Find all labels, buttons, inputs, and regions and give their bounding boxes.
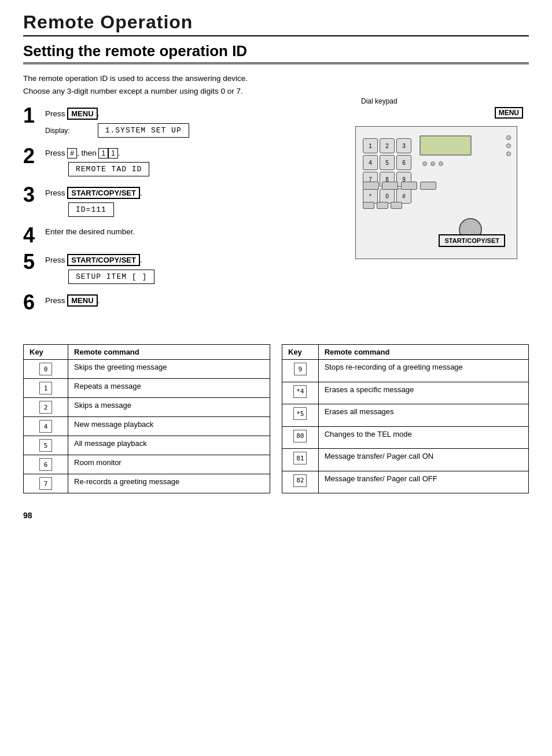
key-4: 4 xyxy=(363,155,378,170)
step-5-text: Press START/COPY/SET. xyxy=(45,254,338,266)
key-6: 6 xyxy=(396,155,411,170)
key-icon-0: 0 xyxy=(39,363,52,375)
step-1-number: 1 xyxy=(23,105,41,126)
key-icon-right-81: 81 xyxy=(293,452,307,464)
left-command-cell-1: Repeats a message xyxy=(68,379,270,398)
left-table-row: 1Repeats a message xyxy=(24,379,270,398)
section-title: Setting the remote operation ID xyxy=(23,42,529,64)
key-icon-1: 1 xyxy=(39,382,52,394)
left-table-command-header: Remote command xyxy=(68,345,270,360)
key-1b: 1 xyxy=(108,148,118,158)
step-6-text: Press MENU. xyxy=(45,294,338,307)
step-5: 5 Press START/COPY/SET. SETUP ITEM [ ] xyxy=(23,254,338,286)
extra-btn-1 xyxy=(363,202,374,209)
page-number: 98 xyxy=(23,511,529,520)
right-key-cell-1: *4 xyxy=(282,382,319,404)
key-icon-right-80: 80 xyxy=(293,430,307,442)
right-key-cell-0: 9 xyxy=(282,360,319,382)
right-command-cell-1: Erases a specific message xyxy=(318,382,528,404)
step-6-number: 6 xyxy=(23,292,41,313)
step-2-text: Press #, then 11. xyxy=(45,148,338,158)
step-4-number: 4 xyxy=(23,225,41,246)
right-key-cell-2: *5 xyxy=(282,404,319,427)
right-key-cell-4: 81 xyxy=(282,449,319,471)
right-command-cell-3: Changes to the TEL mode xyxy=(318,426,528,449)
start-copy-set-key-5: START/COPY/SET xyxy=(67,254,140,266)
key-icon-7: 7 xyxy=(39,477,52,490)
row-btn-4 xyxy=(420,182,436,190)
step-4-content: Enter the desired number. xyxy=(45,227,338,239)
step-5-display-line: SETUP ITEM [ ] xyxy=(45,270,338,284)
step-6-content: Press MENU. xyxy=(45,294,338,310)
key-icon-right-9: 9 xyxy=(294,363,307,375)
key-icon-6: 6 xyxy=(39,458,52,471)
tables-area: Key Remote command 0Skips the greeting m… xyxy=(23,344,529,493)
key-3: 3 xyxy=(396,138,411,153)
left-command-cell-0: Skips the greeting message xyxy=(68,360,270,379)
device-extra-row xyxy=(363,202,402,209)
device-diagram: 1 2 3 4 5 6 7 8 9 * 0 # xyxy=(355,126,517,259)
step-5-number: 5 xyxy=(23,252,41,272)
step-1-text: Press MENU. xyxy=(45,108,338,120)
left-table-row: 7Re-records a greeting message xyxy=(24,474,270,493)
dot-1 xyxy=(422,161,427,166)
indicator-1 xyxy=(506,135,511,140)
step-3: 3 Press START/COPY/SET. ID=111 xyxy=(23,187,338,219)
dot-2 xyxy=(430,161,435,166)
device-diagram-area: Dial keypad MENU 1 2 3 4 5 6 7 8 9 * 0 xyxy=(355,108,529,321)
step-3-text: Press START/COPY/SET. xyxy=(45,187,338,199)
step-1-display-line: Display: 1.SYSTEM SET UP xyxy=(45,123,338,138)
right-table-row: 9Stops re-recording of a greeting messag… xyxy=(282,360,529,382)
menu-key-6: MENU xyxy=(67,294,97,307)
left-command-cell-2: Skips a message xyxy=(68,398,270,417)
right-table-row: *4Erases a specific message xyxy=(282,382,529,404)
page-title: Remote Operation xyxy=(23,12,529,36)
right-command-cell-2: Erases all messages xyxy=(318,404,528,427)
display-label-1: Display: xyxy=(45,127,70,135)
left-key-cell-0: 0 xyxy=(24,360,68,379)
device-screen xyxy=(419,135,472,156)
step-1: 1 Press MENU. Display: 1.SYSTEM SET UP xyxy=(23,108,338,140)
left-table-row: 6Room monitor xyxy=(24,455,270,474)
display-box-2: REMOTE TAD ID xyxy=(68,162,149,176)
start-copy-set-diagram-label: START/COPY/SET xyxy=(439,234,505,247)
steps-left: 1 Press MENU. Display: 1.SYSTEM SET UP 2… xyxy=(23,108,338,321)
display-box-3: ID=111 xyxy=(68,202,114,217)
left-key-cell-6: 7 xyxy=(24,474,68,493)
left-key-cell-1: 1 xyxy=(24,379,68,398)
left-key-cell-3: 4 xyxy=(24,417,68,436)
left-key-cell-2: 2 xyxy=(24,398,68,417)
step-2-number: 2 xyxy=(23,146,41,167)
display-box-1: 1.SYSTEM SET UP xyxy=(98,123,189,138)
key-icon-4: 4 xyxy=(39,420,52,433)
right-key-cell-5: 82 xyxy=(282,471,319,493)
step-4-text: Enter the desired number. xyxy=(45,227,338,236)
key-icon-right-*5: *5 xyxy=(293,407,307,420)
right-command-table: Key Remote command 9Stops re-recording o… xyxy=(282,344,529,493)
right-table-row: 80Changes to the TEL mode xyxy=(282,426,529,449)
indicator-2 xyxy=(506,143,511,148)
right-table-command-header: Remote command xyxy=(318,345,528,360)
step-5-content: Press START/COPY/SET. SETUP ITEM [ ] xyxy=(45,254,338,286)
right-command-cell-5: Message transfer/ Pager call OFF xyxy=(318,471,528,493)
menu-key-1: MENU xyxy=(67,108,97,120)
row-btn-3 xyxy=(401,182,417,190)
left-table-row: 4New message playback xyxy=(24,417,270,436)
step-1-content: Press MENU. Display: 1.SYSTEM SET UP xyxy=(45,108,338,140)
key-1: 1 xyxy=(363,138,378,153)
steps-area: 1 Press MENU. Display: 1.SYSTEM SET UP 2… xyxy=(23,108,529,321)
dial-keypad-label: Dial keypad xyxy=(361,97,398,105)
device-row-buttons xyxy=(363,182,436,190)
left-table-key-header: Key xyxy=(24,345,68,360)
indicator-3 xyxy=(506,152,511,156)
step-3-content: Press START/COPY/SET. ID=111 xyxy=(45,187,338,219)
intro-text: The remote operation ID is used to acces… xyxy=(23,72,529,97)
left-command-cell-5: Room monitor xyxy=(68,455,270,474)
step-4: 4 Enter the desired number. xyxy=(23,227,338,246)
key-icon-2: 2 xyxy=(39,401,52,414)
right-command-cell-4: Message transfer/ Pager call ON xyxy=(318,449,528,471)
left-key-cell-5: 6 xyxy=(24,455,68,474)
left-command-cell-3: New message playback xyxy=(68,417,270,436)
start-copy-set-key-3: START/COPY/SET xyxy=(67,187,140,199)
right-table-row: *5Erases all messages xyxy=(282,404,529,427)
